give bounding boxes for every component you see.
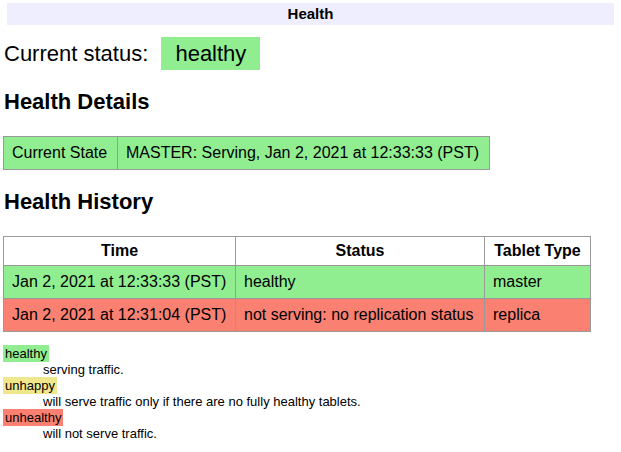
legend-term: unhappy: [3, 378, 618, 394]
history-header-row: Time Status Tablet Type: [4, 237, 591, 266]
history-status: not serving: no replication status: [236, 299, 485, 332]
health-details-heading: Health Details: [4, 89, 618, 114]
legend-term-unhappy: unhappy: [3, 377, 57, 394]
legend: healthy serving traffic. unhappy will se…: [3, 346, 618, 442]
column-header-tablet-type: Tablet Type: [485, 237, 591, 266]
legend-description-unhappy: will serve traffic only if there are no …: [43, 394, 618, 410]
legend-term-unhealthy: unhealthy: [3, 409, 63, 426]
legend-description-unhealthy: will not serve traffic.: [43, 426, 618, 442]
health-history-table: Time Status Tablet Type Jan 2, 2021 at 1…: [3, 236, 591, 332]
current-state-value: MASTER: Serving, Jan 2, 2021 at 12:33:33…: [118, 137, 490, 170]
legend-term: healthy: [3, 346, 618, 362]
column-header-status: Status: [236, 237, 485, 266]
health-page: Health Current status: healthy Health De…: [0, 0, 621, 445]
health-history-heading: Health History: [4, 189, 618, 214]
current-state-row: Current State MASTER: Serving, Jan 2, 20…: [4, 137, 490, 170]
column-header-time: Time: [4, 237, 236, 266]
history-status: healthy: [236, 266, 485, 299]
current-state-label: Current State: [4, 137, 118, 170]
history-tablet-type: master: [485, 266, 591, 299]
legend-term: unhealthy: [3, 410, 618, 426]
legend-term-healthy: healthy: [3, 345, 49, 362]
history-time: Jan 2, 2021 at 12:33:33 (PST): [4, 266, 236, 299]
history-row: Jan 2, 2021 at 12:31:04 (PST) not servin…: [4, 299, 591, 332]
current-status-line: Current status: healthy: [4, 38, 618, 70]
page-title: Health: [7, 3, 614, 25]
current-status-badge: healthy: [161, 37, 260, 70]
history-row: Jan 2, 2021 at 12:33:33 (PST) healthy ma…: [4, 266, 591, 299]
history-tablet-type: replica: [485, 299, 591, 332]
current-status-label: Current status:: [4, 41, 148, 66]
legend-description-healthy: serving traffic.: [43, 362, 618, 378]
health-details-table: Current State MASTER: Serving, Jan 2, 20…: [3, 136, 490, 170]
history-time: Jan 2, 2021 at 12:31:04 (PST): [4, 299, 236, 332]
